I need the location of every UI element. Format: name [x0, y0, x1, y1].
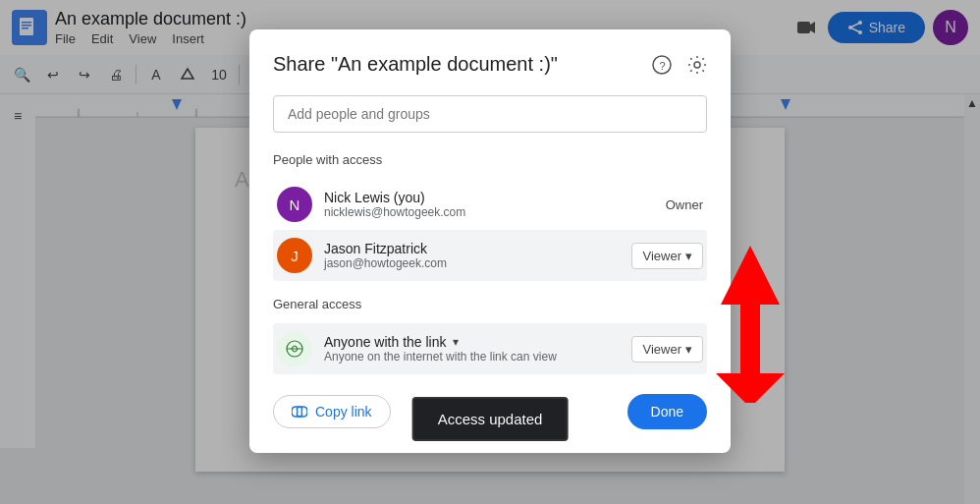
dropdown-chevron-icon: ▾	[685, 249, 692, 263]
jason-role-dropdown[interactable]: Viewer ▾	[631, 243, 703, 269]
help-icon-btn[interactable]: ?	[652, 55, 672, 75]
modal-title: Share "An example document :)"	[273, 53, 558, 76]
access-role-chevron: ▾	[685, 342, 692, 357]
share-modal: Share "An example document :)" ?	[249, 29, 731, 453]
general-access-section: General access Anyone with the link ▾	[273, 297, 707, 374]
people-with-access-title: People with access	[273, 152, 707, 167]
access-info: Anyone with the link ▾ Anyone on the int…	[324, 334, 631, 364]
access-role-dropdown[interactable]: Viewer ▾	[631, 336, 703, 363]
svg-marker-27	[716, 373, 785, 403]
nick-name: Nick Lewis (you)	[324, 190, 666, 205]
svg-point-22	[694, 62, 700, 68]
access-updated-toast: Access updated	[412, 397, 569, 441]
svg-marker-26	[721, 246, 780, 373]
jason-email: jason@howtogeek.com	[324, 256, 631, 270]
access-type[interactable]: Anyone with the link ▾	[324, 334, 631, 350]
svg-text:?: ?	[660, 59, 666, 71]
done-button[interactable]: Done	[627, 394, 707, 429]
jason-avatar: J	[277, 238, 312, 273]
modal-icon-group: ?	[652, 55, 707, 75]
general-access-title: General access	[273, 297, 707, 311]
nick-avatar: N	[277, 187, 312, 222]
settings-icon-btn[interactable]	[687, 55, 707, 75]
copy-link-button[interactable]: Copy link	[273, 395, 391, 428]
nick-email: nicklewis@howtogeek.com	[324, 205, 666, 219]
access-type-chevron: ▾	[453, 335, 459, 349]
modal-header: Share "An example document :)" ?	[273, 53, 707, 76]
add-people-input[interactable]	[288, 106, 692, 122]
search-input-wrapper[interactable]	[273, 95, 707, 133]
person-row-jason: J Jason Fitzpatrick jason@howtogeek.com …	[273, 230, 707, 281]
jason-name: Jason Fitzpatrick	[324, 241, 631, 256]
person-row-nick: N Nick Lewis (you) nicklewis@howtogeek.c…	[273, 179, 707, 230]
nick-info: Nick Lewis (you) nicklewis@howtogeek.com	[324, 190, 666, 219]
access-subtitle: Anyone on the internet with the link can…	[324, 350, 631, 364]
copy-link-label: Copy link	[315, 404, 372, 420]
jason-info: Jason Fitzpatrick jason@howtogeek.com	[324, 241, 631, 270]
link-icon	[277, 331, 312, 366]
access-row: Anyone with the link ▾ Anyone on the int…	[273, 323, 707, 374]
nick-role: Owner	[666, 197, 703, 212]
modal-overlay: Share "An example document :)" ?	[0, 0, 980, 504]
red-arrow	[711, 246, 789, 403]
